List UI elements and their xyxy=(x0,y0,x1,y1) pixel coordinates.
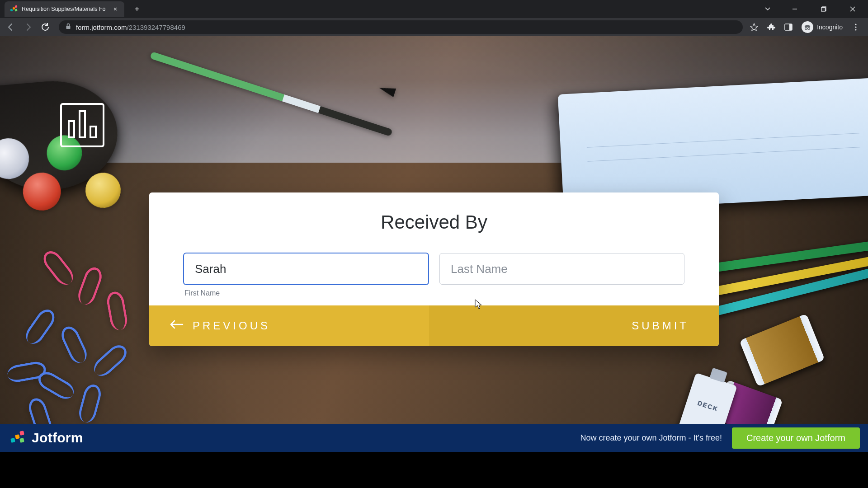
create-jotform-button[interactable]: Create your own Jotform xyxy=(732,427,860,449)
card-actions: PREVIOUS SUBMIT xyxy=(149,305,719,346)
svg-point-10 xyxy=(808,28,810,30)
decor-paperclip xyxy=(22,306,58,347)
svg-point-9 xyxy=(805,28,807,30)
svg-point-13 xyxy=(855,29,856,30)
extensions-icon[interactable] xyxy=(766,22,776,32)
decor-paperclip xyxy=(75,265,104,307)
first-name-input[interactable] xyxy=(184,253,429,285)
jotform-favicon-icon xyxy=(10,5,18,13)
window-maximize-button[interactable] xyxy=(814,0,834,18)
window-close-button[interactable] xyxy=(843,0,863,18)
name-fields-row: First Name xyxy=(149,237,719,305)
svg-rect-5 xyxy=(821,8,826,12)
incognito-label: Incognito xyxy=(817,23,843,31)
decor-paperclips-group xyxy=(14,249,163,411)
first-name-sublabel: First Name xyxy=(184,289,429,297)
svg-point-11 xyxy=(855,23,856,25)
jotform-footer: Jotform Now create your own Jotform - It… xyxy=(0,424,868,452)
bar-chart-bar xyxy=(90,126,97,138)
tab-search-chevron-icon[interactable] xyxy=(760,0,776,18)
browser-chrome: Requisition Supplies/Materials Fo × + xyxy=(0,0,868,36)
bar-chart-bar xyxy=(68,120,75,138)
svg-rect-15 xyxy=(15,434,20,439)
jotform-logo[interactable]: Jotform xyxy=(10,430,83,446)
previous-button-label: PREVIOUS xyxy=(193,319,270,332)
decor-paint-tube-label: DECK xyxy=(686,396,730,416)
tab-close-icon[interactable]: × xyxy=(112,5,119,13)
jotform-logo-icon xyxy=(10,430,25,446)
last-name-field xyxy=(439,253,684,297)
decor-paperclip xyxy=(90,341,130,380)
footer-cta-text: Now create your own Jotform - It's free! xyxy=(580,433,722,443)
window-minimize-button[interactable] xyxy=(785,0,805,18)
submit-button[interactable]: SUBMIT xyxy=(429,305,719,346)
page-viewport: DECK Received By First Name PREVIOUS xyxy=(0,36,868,452)
url-path: /231393247798469 xyxy=(127,23,185,31)
form-logo-icon xyxy=(60,103,104,147)
svg-rect-0 xyxy=(10,9,13,11)
toolbar-right: Incognito xyxy=(749,20,861,34)
window-controls xyxy=(760,0,868,18)
svg-rect-6 xyxy=(66,26,71,29)
url-host: form.jotform.com xyxy=(76,23,127,31)
lock-icon xyxy=(65,23,71,31)
form-question-title: Received By xyxy=(149,211,719,233)
tab-strip: Requisition Supplies/Materials Fo × + xyxy=(0,0,868,18)
browser-tab[interactable]: Requisition Supplies/Materials Fo × xyxy=(5,1,124,17)
submit-button-label: SUBMIT xyxy=(632,319,689,332)
svg-rect-3 xyxy=(14,9,17,11)
svg-rect-2 xyxy=(14,5,17,8)
svg-rect-1 xyxy=(12,7,15,9)
first-name-field: First Name xyxy=(184,253,429,297)
toolbar: form.jotform.com /231393247798469 Incogn… xyxy=(0,18,868,36)
decor-paperclip xyxy=(58,324,90,366)
svg-rect-16 xyxy=(19,431,24,436)
decor-paperclip xyxy=(105,290,129,331)
kebab-menu-icon[interactable] xyxy=(851,22,861,32)
bar-chart-bar xyxy=(79,110,86,138)
svg-rect-8 xyxy=(789,24,792,30)
svg-rect-14 xyxy=(10,438,15,443)
jotform-wordmark: Jotform xyxy=(32,430,83,446)
arrow-left-icon xyxy=(169,319,184,332)
nav-forward-button[interactable] xyxy=(21,20,35,34)
side-panel-icon[interactable] xyxy=(783,22,793,32)
previous-button[interactable]: PREVIOUS xyxy=(149,305,429,346)
svg-rect-17 xyxy=(19,438,24,443)
incognito-indicator[interactable]: Incognito xyxy=(801,20,844,34)
decor-notebook xyxy=(558,77,868,211)
svg-point-12 xyxy=(855,26,856,28)
nav-reload-button[interactable] xyxy=(38,20,52,34)
form-card: Received By First Name PREVIOUS SUBMIT xyxy=(149,192,719,346)
incognito-icon xyxy=(802,21,813,33)
tab-title: Requisition Supplies/Materials Fo xyxy=(22,6,109,12)
decor-paperclip xyxy=(40,247,77,288)
card-header: Received By xyxy=(149,192,719,237)
address-bar[interactable]: form.jotform.com /231393247798469 xyxy=(59,20,743,34)
decor-paint-cup-white xyxy=(0,136,31,181)
last-name-input[interactable] xyxy=(439,253,684,285)
new-tab-button[interactable]: + xyxy=(131,3,143,15)
nav-back-button[interactable] xyxy=(4,20,18,34)
bookmark-star-icon[interactable] xyxy=(749,22,759,32)
